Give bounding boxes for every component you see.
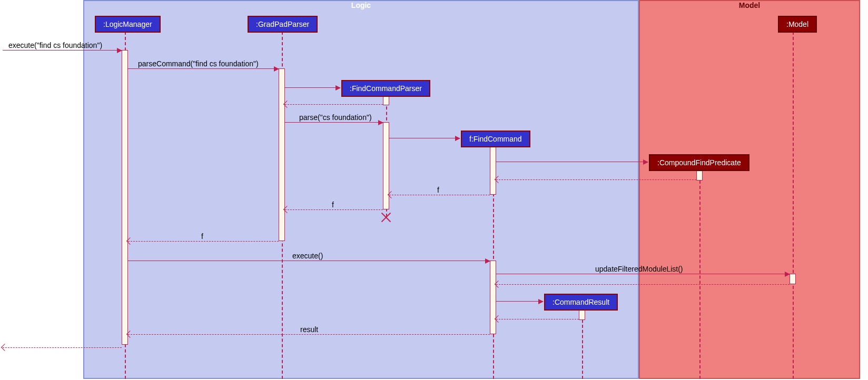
participant-compound-find-predicate: :CompoundFindPredicate <box>649 154 749 171</box>
label-parse: parse("cs foundation") <box>299 113 372 122</box>
activation-command-result <box>579 309 585 320</box>
label-return-f2: f <box>332 201 334 209</box>
label-execute1: execute("find cs foundation") <box>8 41 102 49</box>
activation-compound-find-predicate <box>696 170 703 181</box>
label-update-filtered: updateFilteredModuleList() <box>595 265 683 273</box>
arrow-return-command-result <box>496 319 579 319</box>
label-return-f1: f <box>437 186 439 194</box>
arrow-return-update-filtered <box>496 284 790 285</box>
participant-gradpad-parser: :GradPadParser <box>248 16 318 33</box>
frame-model: Model <box>639 0 860 379</box>
activation-find-command-parser-2 <box>383 122 389 209</box>
arrow-return-f1 <box>389 195 490 195</box>
label-result: result <box>300 325 318 334</box>
arrow-parse <box>285 122 383 123</box>
frame-model-title: Model <box>734 0 765 11</box>
arrow-return-compound-predicate <box>496 179 696 180</box>
arrow-return-f2 <box>285 209 383 210</box>
arrow-create-find-command-parser <box>285 87 340 88</box>
activation-model <box>790 274 796 284</box>
arrow-update-filtered <box>496 274 790 274</box>
arrow-create-find-command <box>389 138 460 138</box>
activation-logic-manager <box>122 50 128 345</box>
participant-find-command-parser: :FindCommandParser <box>341 80 430 97</box>
arrow-return-find-command-parser <box>285 104 383 105</box>
destroy-find-command-parser <box>380 212 392 224</box>
participant-command-result: :CommandResult <box>544 294 618 311</box>
label-return-f3: f <box>201 232 203 241</box>
frame-logic: Logic <box>83 0 639 379</box>
label-execute2: execute() <box>292 252 323 260</box>
arrow-final-return <box>3 347 122 348</box>
arrow-return-f3 <box>128 241 279 242</box>
activation-find-command-2 <box>490 261 496 334</box>
activation-find-command-1 <box>490 146 496 195</box>
lifeline-model <box>793 32 794 379</box>
arrow-create-compound-predicate <box>496 162 648 162</box>
arrow-execute2 <box>128 261 490 261</box>
lifeline-compound-find-predicate <box>699 170 701 379</box>
arrow-result <box>128 334 490 335</box>
participant-find-command: f:FindCommand <box>461 131 530 147</box>
activation-gradpad-parser <box>279 68 285 241</box>
arrow-parse-command <box>128 68 279 69</box>
frame-logic-title: Logic <box>346 0 376 11</box>
arrow-create-command-result <box>496 301 543 302</box>
label-parse-command: parseCommand("find cs foundation") <box>138 59 259 68</box>
participant-logic-manager: :LogicManager <box>95 16 161 33</box>
participant-model: :Model <box>778 16 817 33</box>
arrow-execute1 <box>3 50 122 51</box>
activation-find-command-parser-1 <box>383 96 389 105</box>
